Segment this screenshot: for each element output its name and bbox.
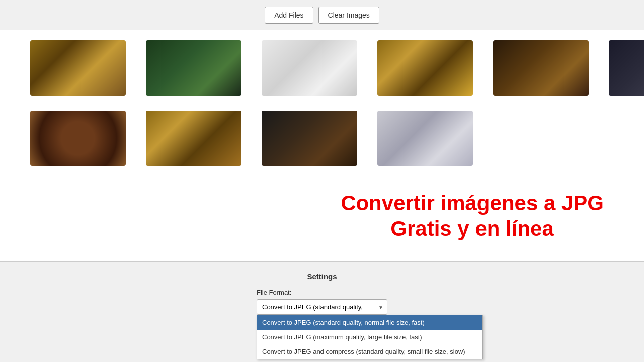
images-area: Convertir imágenes a JPG Gratis y en lín… [0,30,644,261]
list-item[interactable] [377,111,473,166]
thumbnail [377,40,473,96]
thumbnail [493,40,589,96]
list-item[interactable] [262,111,357,166]
add-files-button[interactable]: Add Files [265,7,313,24]
list-item[interactable] [609,40,644,96]
list-item[interactable] [30,40,126,96]
format-dropdown-options: Convert to JPEG (standard quality, norma… [257,315,483,359]
file-format-label: File Format: [257,289,387,296]
toolbar: Add Files Clear Images [0,0,644,30]
image-row-2 [30,111,614,166]
overlay-line2: Gratis y en línea [341,216,604,241]
thumbnail [262,111,357,166]
main-content: Convertir imágenes a JPG Gratis y en lín… [0,30,644,325]
settings-panel: Settings File Format: Convert to JPEG (s… [0,261,644,325]
settings-title: Settings [10,272,634,281]
format-select[interactable]: Convert to JPEG (standard quality, Conve… [257,299,387,315]
list-item[interactable] [30,111,126,166]
list-item[interactable] [146,40,242,96]
thumbnail [609,40,644,96]
thumbnail [146,111,242,166]
overlay-text: Convertir imágenes a JPG Gratis y en lín… [341,191,604,241]
list-item[interactable] [493,40,589,96]
list-item[interactable] [146,111,242,166]
overlay-line1: Convertir imágenes a JPG [341,191,604,216]
thumbnail [262,40,357,96]
image-row-1 [30,40,614,96]
thumbnail [30,40,126,96]
thumbnail [377,111,473,166]
list-item[interactable] [262,40,357,96]
format-select-wrapper: Convert to JPEG (standard quality, Conve… [257,299,387,315]
clear-images-button[interactable]: Clear Images [318,7,379,24]
dropdown-option-maximum[interactable]: Convert to JPEG (maximum quality, large … [257,330,482,344]
list-item[interactable] [377,40,473,96]
thumbnail [146,40,242,96]
dropdown-option-standard[interactable]: Convert to JPEG (standard quality, norma… [257,315,482,330]
dropdown-option-compress[interactable]: Convert to JPEG and compress (standard q… [257,344,482,359]
thumbnail [30,111,126,166]
